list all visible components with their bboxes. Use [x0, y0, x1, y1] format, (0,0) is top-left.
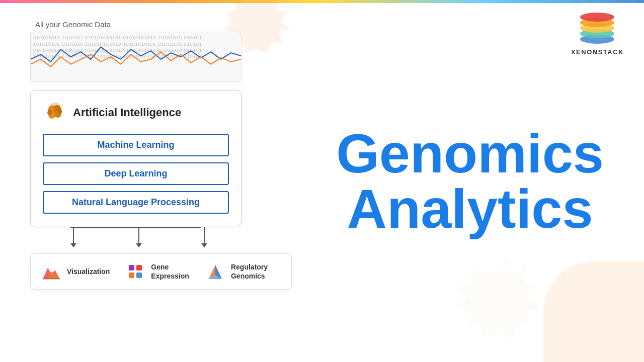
brain-icon [43, 101, 67, 125]
logo-area: XENONSTACK [571, 10, 624, 56]
ai-item-dl: Deep Learning [43, 162, 229, 185]
regulatory-genomics-icon [205, 261, 226, 282]
visualization-label: Visualization [67, 267, 110, 276]
ai-header: Artificial Intelligence [43, 101, 229, 125]
svg-rect-19 [125, 261, 146, 282]
top-bar [0, 0, 644, 3]
left-panel: All your Genomic Data 010101010 1010101 … [30, 20, 292, 290]
logo-text: XENONSTACK [571, 48, 624, 56]
bottom-items-box: Visualization Gene Expression [30, 253, 292, 290]
svg-rect-20 [129, 265, 134, 270]
regulatory-genomics-label: Regulatory Genomics [231, 262, 281, 281]
svg-rect-23 [136, 273, 142, 278]
right-title: Genomics Analytics [336, 126, 604, 236]
ai-box: Artificial Intelligence Machine Learning… [30, 90, 242, 226]
visualization-icon [41, 261, 62, 282]
ai-item-ml: Machine Learning [43, 134, 229, 156]
gene-expression-icon [125, 261, 146, 282]
svg-point-12 [47, 110, 52, 115]
svg-point-6 [580, 13, 614, 22]
chart-label: All your Genomic Data [35, 20, 292, 29]
title-line-2: Analytics [336, 181, 604, 236]
bottom-item-gene-expression: Gene Expression [125, 261, 190, 282]
bottom-item-visualization: Visualization [41, 261, 110, 282]
svg-rect-18 [43, 278, 60, 280]
genomic-data-chart: 010101010 1010101 010101010101 010101010… [30, 32, 242, 82]
bottom-item-regulatory-genomics: Regulatory Genomics [205, 261, 281, 282]
ai-title: Artificial Intelligence [73, 106, 181, 119]
decorative-blob [543, 261, 644, 362]
line-chart [31, 32, 241, 81]
svg-point-14 [51, 108, 55, 111]
xenonstack-logo [577, 10, 617, 45]
title-line-1: Genomics [336, 126, 604, 181]
gene-expression-label: Gene Expression [151, 262, 190, 281]
ai-item-nlp: Natural Language Processing [43, 191, 229, 214]
svg-rect-21 [136, 265, 142, 270]
svg-point-13 [58, 110, 62, 114]
svg-rect-22 [129, 273, 134, 278]
